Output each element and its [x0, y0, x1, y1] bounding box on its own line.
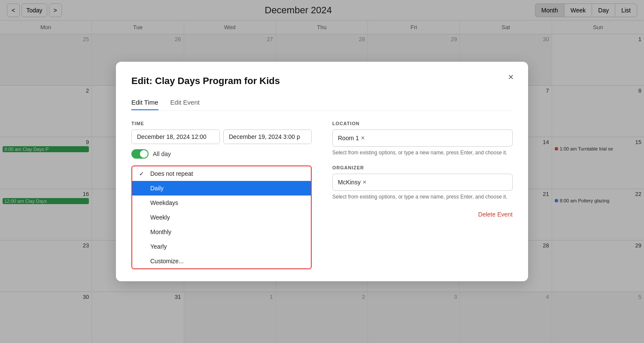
allday-row: All day	[131, 149, 312, 159]
modal-close-button[interactable]: ×	[504, 70, 518, 84]
end-time-input[interactable]	[223, 129, 312, 144]
repeat-option-label: Does not repeat	[150, 170, 193, 177]
modal-overlay[interactable]: Edit: Clay Days Program for Kids × Edit …	[0, 0, 644, 343]
repeat-option-weekdays[interactable]: Weekdays	[132, 196, 311, 210]
modal-tabs: Edit Time Edit Event	[131, 95, 513, 111]
repeat-option-weekly[interactable]: Weekly	[132, 210, 311, 225]
organizer-tag-remove[interactable]: ✕	[362, 179, 367, 185]
location-tag-value: Room 1	[338, 135, 359, 141]
organizer-tag-value: McKinsy	[338, 179, 361, 186]
repeat-option-label: Yearly	[150, 243, 167, 250]
organizer-tag: McKinsy ✕	[338, 179, 367, 186]
repeat-option-label: Weekly	[150, 214, 170, 221]
modal-right: LOCATION Room 1 ✕ Select from existing o…	[332, 121, 513, 269]
modal-dialog: Edit: Clay Days Program for Kids × Edit …	[116, 62, 528, 281]
repeat-option-label: Daily	[150, 185, 164, 192]
allday-toggle[interactable]	[131, 149, 149, 159]
repeat-option-label: Monthly	[150, 229, 171, 235]
organizer-helper: Select from existing options, or type a …	[332, 193, 513, 201]
repeat-dropdown: ✓ Does not repeat Daily Weekdays Weekly	[131, 165, 312, 269]
location-tag: Room 1 ✕	[338, 135, 365, 141]
repeat-option-daily[interactable]: Daily	[132, 181, 311, 196]
location-label: LOCATION	[332, 121, 513, 126]
modal-body: TIME All day ✓ Does not repeat	[131, 121, 513, 269]
location-helper: Select from existing options, or type a …	[332, 149, 513, 156]
repeat-option-customize[interactable]: Customize...	[132, 254, 311, 268]
tab-edit-time[interactable]: Edit Time	[131, 95, 158, 110]
toggle-knob	[140, 150, 148, 158]
time-row	[131, 129, 312, 144]
organizer-label: ORGANIZER	[332, 165, 513, 170]
modal-left: TIME All day ✓ Does not repeat	[131, 121, 312, 269]
location-tag-remove[interactable]: ✕	[361, 135, 365, 141]
repeat-option-yearly[interactable]: Yearly	[132, 239, 311, 254]
repeat-option-does-not-repeat[interactable]: ✓ Does not repeat	[132, 166, 311, 181]
time-label: TIME	[131, 121, 312, 126]
repeat-option-label: Customize...	[150, 258, 184, 265]
delete-event-button[interactable]: Delete Event	[478, 211, 513, 218]
organizer-input[interactable]: McKinsy ✕	[332, 174, 513, 191]
start-time-input[interactable]	[131, 129, 220, 144]
location-input[interactable]: Room 1 ✕	[332, 129, 513, 147]
allday-label: All day	[153, 150, 171, 157]
repeat-option-monthly[interactable]: Monthly	[132, 225, 311, 239]
delete-row: Delete Event	[332, 211, 513, 218]
modal-title: Edit: Clay Days Program for Kids	[131, 75, 513, 87]
check-icon: ✓	[139, 170, 146, 177]
tab-edit-event[interactable]: Edit Event	[170, 95, 200, 110]
repeat-option-label: Weekdays	[150, 199, 178, 206]
